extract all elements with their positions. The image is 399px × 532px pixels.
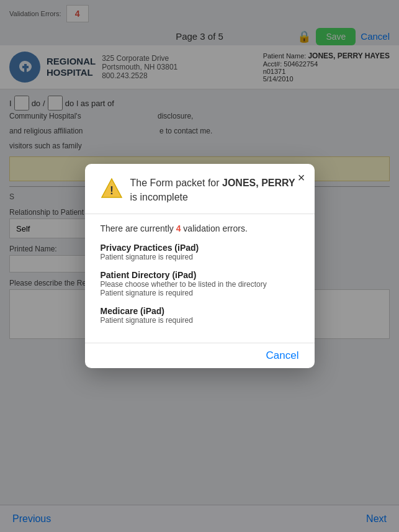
error-item-2-desc1: Please choose whether to be listed in th… xyxy=(101,280,299,289)
error-item-2-title: Patient Directory (iPad) xyxy=(101,270,299,280)
error-item-2: Patient Directory (iPad) Please choose w… xyxy=(101,270,299,297)
modal-body: There are currently 4 validation errors.… xyxy=(101,214,299,343)
error-item-1: Privacy Practices (iPad) Patient signatu… xyxy=(101,243,299,261)
warning-icon: ! xyxy=(101,178,123,200)
svg-text:!: ! xyxy=(110,184,114,197)
main-page: Validation Errors: 4 Page 3 of 5 🔒 Save … xyxy=(0,0,399,532)
error-item-1-desc: Patient signature is required xyxy=(101,253,299,261)
modal-overlay: × ! The Form packet for JONES, PERRY is … xyxy=(0,0,399,532)
modal-cancel-button[interactable]: Cancel xyxy=(266,349,299,362)
error-item-3-desc: Patient signature is required xyxy=(101,316,299,325)
modal-title-prefix: The Form packet for xyxy=(130,178,223,188)
modal-title-suffix: is incomplete xyxy=(130,192,188,202)
error-item-3: Medicare (iPad) Patient signature is req… xyxy=(101,306,299,325)
error-item-2-desc2: Patient signature is required xyxy=(101,289,299,297)
modal-patient-name: JONES, PERRY xyxy=(222,178,295,188)
error-summary-prefix: There are currently xyxy=(101,223,176,233)
modal-dialog: × ! The Form packet for JONES, PERRY is … xyxy=(85,164,315,368)
error-summary-suffix: validation errors. xyxy=(181,223,247,233)
modal-footer: Cancel xyxy=(85,343,315,368)
modal-header: ! The Form packet for JONES, PERRY is in… xyxy=(101,176,299,204)
error-item-3-title: Medicare (iPad) xyxy=(101,306,299,316)
error-item-1-title: Privacy Practices (iPad) xyxy=(101,243,299,253)
modal-close-button[interactable]: × xyxy=(298,171,305,184)
error-summary: There are currently 4 validation errors. xyxy=(101,223,299,233)
modal-title: The Form packet for JONES, PERRY is inco… xyxy=(130,176,295,204)
